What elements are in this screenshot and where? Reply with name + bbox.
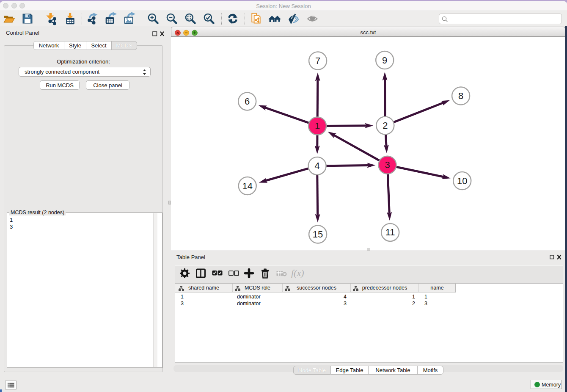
svg-text:10: 10 [457,176,467,186]
svg-text:2: 2 [383,120,388,131]
svg-text:1: 1 [315,121,320,131]
svg-text:7: 7 [315,55,320,66]
svg-text:4: 4 [314,160,319,171]
svg-text:15: 15 [313,229,323,240]
svg-text:14: 14 [242,181,252,191]
svg-text:3: 3 [385,160,390,170]
svg-text:6: 6 [245,96,250,107]
svg-text:9: 9 [382,55,387,66]
svg-text:8: 8 [458,91,463,101]
svg-text:11: 11 [385,227,395,237]
